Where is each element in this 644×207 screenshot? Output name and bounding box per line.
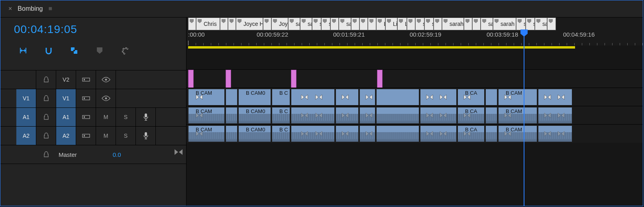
add-marker-icon[interactable] — [94, 45, 105, 56]
clip[interactable] — [359, 89, 375, 105]
sequence-marker[interactable]: C — [188, 18, 196, 30]
master-value[interactable]: 0.0 — [113, 151, 121, 158]
playhead-line[interactable] — [524, 30, 524, 206]
clip[interactable] — [420, 125, 457, 142]
clip[interactable]: B CA — [457, 125, 485, 142]
clip[interactable]: B CA — [457, 89, 485, 105]
lock-master[interactable] — [36, 145, 56, 164]
clip[interactable] — [291, 89, 335, 105]
track-v2[interactable] — [187, 69, 643, 88]
voiceover-a2[interactable] — [136, 127, 156, 145]
clip[interactable] — [336, 125, 359, 142]
clip[interactable] — [485, 125, 497, 142]
clip[interactable] — [188, 70, 194, 88]
clip[interactable] — [359, 125, 375, 142]
solo-a2[interactable]: S — [116, 127, 136, 145]
timeline-track-area[interactable]: CChrisJJoyce HJoysasasssaLLiLsssarahsasa… — [187, 18, 643, 206]
sequence-marker[interactable]: s — [415, 18, 424, 30]
clip[interactable]: B CAM0 — [238, 107, 271, 124]
settings-icon[interactable] — [120, 45, 130, 56]
source-patch-v2[interactable] — [16, 70, 36, 89]
sequence-marker[interactable]: sarah — [442, 18, 464, 30]
clip[interactable] — [291, 125, 335, 142]
sequence-marker[interactable] — [472, 18, 481, 30]
sequence-marker[interactable]: s — [321, 18, 330, 30]
clip[interactable]: B CAM — [188, 125, 225, 142]
clip[interactable] — [291, 70, 296, 88]
clip[interactable]: B CA — [457, 107, 485, 124]
clip[interactable] — [538, 107, 572, 124]
clip[interactable] — [336, 89, 359, 105]
clip[interactable] — [376, 89, 419, 105]
panel-menu-icon[interactable]: ≡ — [49, 5, 52, 12]
clip[interactable] — [377, 70, 383, 88]
sequence-marker[interactable]: Joyce H — [236, 18, 263, 30]
toggle-track-output-v1[interactable] — [96, 89, 116, 107]
clip[interactable] — [420, 107, 457, 124]
source-patch-v1[interactable]: V1 — [16, 89, 36, 107]
voiceover-a1[interactable] — [136, 108, 156, 126]
clip[interactable]: B C — [272, 125, 290, 142]
sequence-marker[interactable] — [434, 18, 442, 30]
sequence-marker[interactable]: sa — [535, 18, 547, 30]
insert-overwrite-icon[interactable] — [18, 45, 28, 56]
sequence-marker[interactable]: s — [312, 18, 321, 30]
sequence-marker[interactable] — [359, 18, 368, 30]
sequence-marker[interactable]: Joy — [271, 18, 288, 30]
clip[interactable]: B CAM — [498, 125, 537, 142]
sequence-marker[interactable] — [547, 18, 556, 30]
clip[interactable]: B C — [272, 107, 290, 124]
linked-selection-icon[interactable] — [69, 45, 79, 56]
sequence-marker[interactable] — [263, 18, 271, 30]
track-v1[interactable]: B CAMB CAM0B CB CAB CAM — [187, 88, 643, 106]
clip[interactable] — [538, 125, 572, 142]
snap-icon[interactable] — [43, 45, 54, 56]
work-area-bar[interactable] — [188, 46, 575, 49]
track-target-v2[interactable]: V2 — [56, 70, 76, 89]
track-target-a1[interactable]: A1 — [56, 108, 76, 126]
clip[interactable] — [226, 107, 238, 124]
clip[interactable]: B CAM0 — [238, 125, 271, 142]
close-icon[interactable]: × — [8, 5, 12, 12]
source-patch-a2[interactable]: A2 — [16, 127, 36, 145]
solo-a1[interactable]: S — [116, 108, 136, 126]
sequence-marker[interactable] — [368, 18, 376, 30]
playhead-timecode[interactable]: 00:04:19:05 — [14, 23, 77, 36]
sequence-tab-title[interactable]: Bombing — [18, 5, 43, 12]
sequence-marker[interactable]: sa — [288, 18, 300, 30]
clip[interactable] — [226, 70, 231, 88]
track-a1[interactable]: B CAMB CAM0B CB CAB CAM — [187, 106, 643, 125]
clip[interactable] — [376, 125, 419, 142]
lock-track-v2[interactable] — [36, 70, 56, 89]
sequence-marker[interactable] — [220, 18, 228, 30]
source-patch-a1[interactable]: A1 — [16, 108, 36, 126]
sync-lock-v1[interactable] — [76, 89, 96, 107]
marker-strip[interactable]: CChrisJJoyce HJoysasasssaLLiLsssarahsasa… — [187, 18, 643, 30]
sequence-marker[interactable]: L — [376, 18, 385, 30]
clip[interactable] — [226, 125, 238, 142]
clip[interactable] — [538, 89, 572, 105]
sequence-marker[interactable]: sa — [481, 18, 493, 30]
clip[interactable] — [420, 89, 457, 105]
lock-track-a2[interactable] — [36, 127, 56, 145]
sequence-marker[interactable]: sa — [300, 18, 312, 30]
sequence-marker[interactable] — [407, 18, 415, 30]
sequence-marker[interactable]: Chris — [196, 18, 220, 30]
sequence-marker[interactable]: L — [397, 18, 407, 30]
mute-a2[interactable]: M — [96, 127, 116, 145]
sequence-marker[interactable]: s — [424, 18, 434, 30]
clip[interactable]: B CAM — [498, 89, 537, 105]
clip[interactable]: B CAM0 — [238, 89, 271, 105]
sequence-marker[interactable]: s — [516, 18, 526, 30]
sync-lock-a2[interactable] — [76, 127, 96, 145]
clip[interactable] — [485, 107, 497, 124]
clip[interactable] — [485, 89, 497, 105]
sequence-marker[interactable] — [351, 18, 359, 30]
sequence-marker[interactable]: sarah — [493, 18, 516, 30]
lock-track-a1[interactable] — [36, 108, 56, 126]
sequence-marker[interactable] — [330, 18, 339, 30]
clip[interactable] — [359, 107, 375, 124]
clip[interactable]: B C — [272, 89, 290, 105]
sequence-marker[interactable]: J — [228, 18, 236, 30]
sequence-marker[interactable]: Li — [385, 18, 397, 30]
